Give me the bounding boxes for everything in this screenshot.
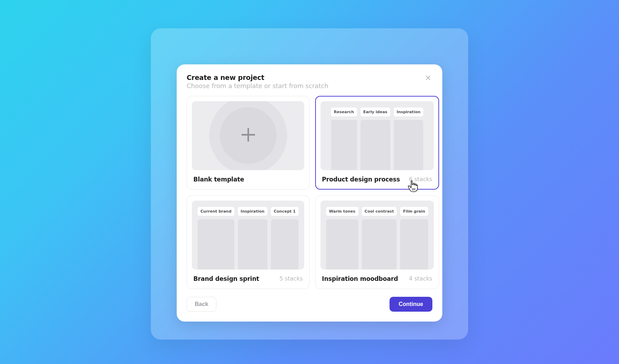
stack-column: Concept 1 bbox=[271, 207, 299, 270]
stack-body bbox=[360, 120, 390, 170]
stack-label: Current brand bbox=[198, 207, 234, 216]
close-icon bbox=[425, 75, 431, 82]
template-meta: 4 stacks bbox=[409, 275, 432, 282]
stack-label: Cool contrast bbox=[362, 207, 397, 216]
card-footer: Inspiration moodboard 4 stacks bbox=[320, 275, 434, 282]
stack-body bbox=[326, 219, 358, 270]
template-card-brand-sprint[interactable]: Current brand Inspiration Concept 1 bbox=[187, 195, 310, 289]
stack-body bbox=[362, 219, 397, 270]
stack-column: Inspiration bbox=[394, 108, 423, 170]
stack-label: Inspiration bbox=[394, 108, 423, 116]
modal-header: Create a new project Choose from a templ… bbox=[187, 74, 432, 89]
template-title: Product design process bbox=[322, 176, 400, 183]
template-grid: Blank template Research Early ideas bbox=[187, 96, 432, 289]
stack-label: Concept 1 bbox=[271, 207, 299, 216]
stack-label: Early ideas bbox=[360, 108, 390, 116]
stack-body bbox=[238, 219, 267, 270]
template-card-inspiration-moodboard[interactable]: Warm tones Cool contrast Film grain bbox=[315, 195, 439, 289]
close-button[interactable] bbox=[423, 74, 433, 83]
modal-subtitle: Choose from a template or start from scr… bbox=[187, 82, 432, 89]
stack-body bbox=[394, 120, 423, 170]
stack-body bbox=[331, 120, 357, 170]
template-preview bbox=[192, 101, 304, 170]
card-footer: Brand design sprint 5 stacks bbox=[192, 275, 304, 282]
stack-label: Warm tones bbox=[326, 207, 358, 216]
card-footer: Blank template bbox=[192, 176, 304, 183]
stack-label: Inspiration bbox=[238, 207, 267, 216]
template-title: Brand design sprint bbox=[193, 275, 259, 282]
template-preview: Current brand Inspiration Concept 1 bbox=[192, 201, 304, 270]
template-meta: 6 stacks bbox=[409, 176, 432, 183]
card-footer: Product design process 6 stacks bbox=[320, 176, 434, 183]
template-card-product-design[interactable]: Research Early ideas Inspiration bbox=[315, 96, 439, 190]
template-card-blank[interactable]: Blank template bbox=[187, 96, 310, 190]
modal-actions: Back Continue bbox=[187, 297, 432, 312]
stack-body bbox=[400, 219, 428, 270]
stack-column: Research bbox=[331, 108, 357, 170]
template-preview: Warm tones Cool contrast Film grain bbox=[320, 201, 434, 270]
back-button[interactable]: Back bbox=[187, 297, 216, 312]
plus-icon bbox=[239, 126, 257, 145]
outer-panel: Create a new project Choose from a templ… bbox=[151, 28, 468, 340]
stack-column: Current brand bbox=[198, 207, 234, 270]
modal-title: Create a new project bbox=[187, 74, 432, 81]
stack-column: Cool contrast bbox=[362, 207, 397, 270]
template-preview: Research Early ideas Inspiration bbox=[320, 101, 434, 170]
stack-column: Warm tones bbox=[326, 207, 358, 270]
create-project-modal: Create a new project Choose from a templ… bbox=[177, 64, 442, 322]
template-title: Inspiration moodboard bbox=[322, 275, 398, 282]
stack-body bbox=[198, 219, 234, 270]
stack-label: Research bbox=[331, 108, 357, 116]
stack-body bbox=[271, 219, 299, 270]
stack-column: Inspiration bbox=[238, 207, 267, 270]
stack-column: Film grain bbox=[400, 207, 428, 270]
continue-button[interactable]: Continue bbox=[390, 297, 432, 312]
stack-label: Film grain bbox=[400, 207, 428, 216]
template-title: Blank template bbox=[193, 176, 244, 183]
template-meta: 5 stacks bbox=[279, 275, 303, 282]
stack-column: Early ideas bbox=[360, 108, 390, 170]
